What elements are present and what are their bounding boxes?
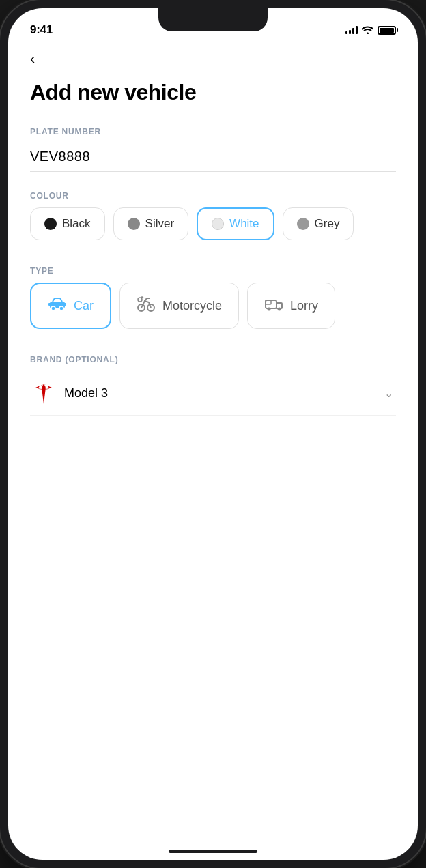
battery-icon <box>378 26 396 35</box>
brand-label: BRAND (OPTIONAL) <box>30 355 396 364</box>
page-title: Add new vehicle <box>30 79 396 105</box>
type-option-car[interactable]: Car <box>30 283 111 329</box>
home-indicator <box>169 850 257 853</box>
plate-number-section: PLATE NUMBER <box>30 127 396 172</box>
wifi-icon <box>362 26 373 34</box>
type-chip-label-motorcycle: Motorcycle <box>162 299 222 313</box>
svg-rect-3 <box>48 303 51 306</box>
chevron-down-icon: ⌄ <box>384 387 393 400</box>
type-chip-label-car: Car <box>74 299 94 313</box>
colour-option-white[interactable]: White <box>197 207 274 240</box>
lorry-icon <box>264 296 283 315</box>
type-label: TYPE <box>30 266 396 276</box>
notch <box>158 8 268 31</box>
plate-number-label: PLATE NUMBER <box>30 127 396 136</box>
back-button[interactable]: ‹ <box>30 50 35 68</box>
signal-icon <box>345 26 358 34</box>
colour-chip-label-black: Black <box>62 217 91 231</box>
car-icon <box>48 296 67 315</box>
colour-label: COLOUR <box>30 191 396 201</box>
colour-dot-white <box>212 218 224 230</box>
type-option-motorcycle[interactable]: Motorcycle <box>119 283 239 329</box>
colour-dot-black <box>44 218 57 230</box>
type-section: TYPE <box>30 266 396 333</box>
brand-dropdown[interactable]: Model 3 ⌄ <box>30 371 396 416</box>
svg-rect-4 <box>63 303 66 306</box>
plate-number-input[interactable] <box>30 143 396 172</box>
brand-section: BRAND (OPTIONAL) Model 3 ⌄ <box>30 355 396 416</box>
colour-option-black[interactable]: Black <box>30 207 105 240</box>
colour-section: COLOUR Black Silver White <box>30 191 396 244</box>
svg-point-10 <box>268 308 271 311</box>
main-content: ‹ Add new vehicle PLATE NUMBER COLOUR Bl… <box>8 42 418 860</box>
colour-option-silver[interactable]: Silver <box>113 207 189 240</box>
tesla-logo-icon <box>33 382 55 404</box>
colour-dot-grey <box>297 218 309 230</box>
colour-chip-label-white: White <box>229 217 259 231</box>
status-time: 9:41 <box>30 23 53 37</box>
motorcycle-icon <box>137 294 156 317</box>
status-icons <box>345 26 396 35</box>
colour-chip-label-silver: Silver <box>145 217 175 231</box>
colour-options: Black Silver White Grey <box>8 207 396 244</box>
phone-screen: 9:41 ‹ Add new vehicle <box>8 8 418 860</box>
phone-frame: 9:41 ‹ Add new vehicle <box>0 0 426 868</box>
colour-option-grey[interactable]: Grey <box>283 207 354 240</box>
svg-point-1 <box>51 306 55 310</box>
type-option-lorry[interactable]: Lorry <box>247 283 335 329</box>
type-options: Car <box>8 283 396 333</box>
type-chip-label-lorry: Lorry <box>290 299 318 313</box>
colour-chip-label-grey: Grey <box>315 217 340 231</box>
colour-dot-silver <box>128 218 140 230</box>
svg-point-11 <box>278 308 281 311</box>
brand-value: Model 3 <box>64 386 375 401</box>
svg-point-2 <box>59 306 63 310</box>
